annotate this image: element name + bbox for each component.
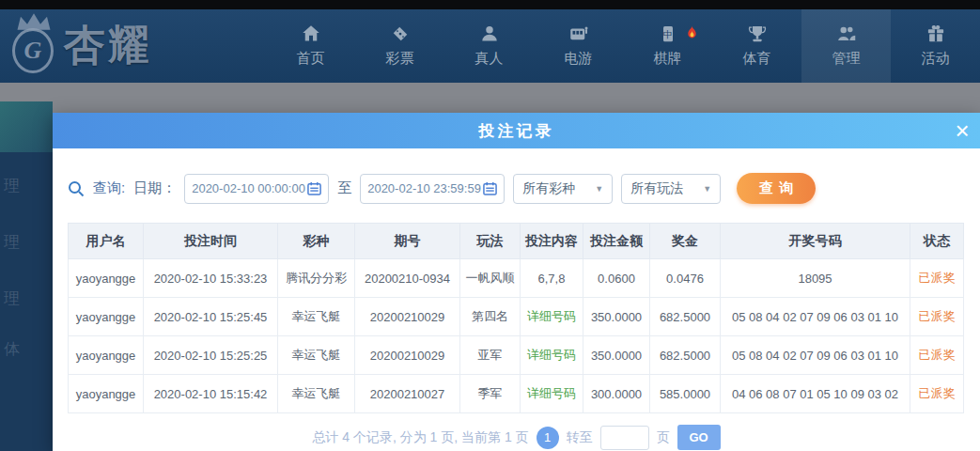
goto-page-input[interactable] — [600, 426, 649, 450]
table-cell: 20200210029 — [355, 298, 460, 336]
bet-records-modal: 投注记录 × 查询: 日期： 2020-02-10 00:00:00 至 2 — [53, 113, 980, 451]
table-cell: 2020-02-10 15:33:23 — [144, 259, 278, 298]
logo-text: 杏耀 — [64, 18, 152, 73]
table-cell: yaoyangge — [69, 375, 144, 413]
table-cell: yaoyangge — [69, 336, 144, 375]
calendar-icon[interactable] — [483, 181, 497, 195]
goto-label: 转至 — [567, 429, 593, 446]
date-label: 日期： — [133, 179, 176, 197]
nav-item-label: 体育 — [743, 50, 771, 68]
pagination: 总计 4 个记录, 分为 1 页, 当前第 1 页 1 转至 页 GO — [53, 425, 980, 450]
table-cell: 20200210029 — [355, 336, 460, 375]
pagination-summary: 总计 4 个记录, 分为 1 页, 当前第 1 页 — [312, 429, 528, 446]
calendar-icon[interactable] — [307, 181, 321, 195]
table-cell: 05 08 04 02 07 09 06 03 01 10 — [721, 298, 910, 336]
table-cell: 04 06 08 07 01 05 10 09 03 02 — [721, 375, 910, 413]
detail-numbers-link[interactable]: 详细号码 — [521, 375, 583, 413]
search-button[interactable]: 查询 — [737, 173, 816, 204]
modal-header: 投注记录 × — [53, 113, 980, 148]
nav-item-5[interactable]: 中棋牌 — [623, 9, 712, 83]
table-cell: 585.0000 — [650, 375, 721, 413]
status-badge: 已派奖 — [910, 298, 964, 336]
nav-item-label: 棋牌 — [654, 50, 682, 68]
search-filter-row: 查询: 日期： 2020-02-10 00:00:00 至 2020-02-10… — [53, 148, 980, 204]
slot-icon — [569, 24, 588, 43]
person-icon — [480, 24, 499, 43]
table-row: yaoyangge2020-02-10 15:15:42幸运飞艇20200210… — [69, 375, 964, 413]
sidebar-faint-label: 理 — [4, 175, 20, 196]
mahjong-icon: 中 — [659, 24, 677, 43]
modal-title: 投注记录 — [479, 120, 554, 142]
table-cell: 2020-02-10 15:25:25 — [144, 336, 278, 375]
nav-item-label: 真人 — [475, 50, 504, 68]
column-header: 状态 — [910, 224, 964, 259]
bet-records-table: 用户名投注时间彩种期号玩法投注内容投注金额奖金开奖号码状态 yaoyangge2… — [68, 223, 964, 413]
nav-item-1[interactable]: 首页 — [266, 9, 355, 83]
status-badge: 已派奖 — [910, 336, 964, 375]
detail-numbers-link[interactable]: 详细号码 — [521, 298, 583, 336]
table-body: yaoyangge2020-02-10 15:33:23腾讯分分彩2020021… — [69, 259, 964, 413]
table-cell: 0.0476 — [650, 259, 721, 298]
table-cell: yaoyangge — [69, 298, 144, 336]
table-cell: 6,7,8 — [521, 259, 583, 298]
nav-item-8[interactable]: 活动 — [891, 9, 980, 83]
sidebar-faint-label: 体 — [4, 338, 20, 360]
table-cell: 2020-02-10 15:15:42 — [144, 375, 278, 413]
home-icon — [302, 24, 320, 43]
table-cell: 18095 — [721, 259, 910, 298]
sidebar-faint-label: 理 — [4, 288, 20, 309]
chevron-down-icon: ▼ — [703, 184, 711, 194]
column-header: 投注内容 — [521, 224, 583, 259]
lottery-type-select[interactable]: 所有彩种 ▼ — [513, 174, 613, 204]
ticket-icon — [391, 24, 410, 43]
table-cell: 20200210-0934 — [355, 259, 460, 298]
column-header: 奖金 — [650, 224, 721, 259]
background-sidebar: 理理理体 — [0, 101, 53, 451]
table-cell: 季军 — [460, 375, 521, 413]
table-row: yaoyangge2020-02-10 15:25:25幸运飞艇20200210… — [69, 336, 964, 375]
table-cell: 幸运飞艇 — [278, 336, 355, 375]
table-cell: 20200210027 — [355, 375, 460, 413]
detail-numbers-link[interactable]: 详细号码 — [521, 336, 583, 375]
table-cell: 幸运飞艇 — [278, 375, 355, 413]
nav-item-4[interactable]: 电游 — [534, 9, 623, 83]
status-badge: 已派奖 — [910, 259, 964, 298]
crown-emblem-icon: G — [8, 11, 60, 79]
to-label: 至 — [337, 179, 351, 197]
column-header: 玩法 — [460, 224, 521, 259]
play-type-select[interactable]: 所有玩法 ▼ — [621, 174, 721, 204]
table-cell: 第四名 — [460, 298, 521, 336]
close-icon[interactable]: × — [946, 113, 978, 148]
sidebar-faint-label: 理 — [4, 231, 20, 253]
current-page-badge[interactable]: 1 — [537, 427, 559, 449]
nav-item-2[interactable]: 彩票 — [355, 9, 444, 83]
table-cell: 350.0000 — [583, 298, 650, 336]
date-to-input[interactable]: 2020-02-10 23:59:59 — [360, 174, 505, 204]
column-header: 开奖号码 — [721, 224, 910, 259]
go-button[interactable]: GO — [677, 425, 721, 450]
nav-item-7[interactable]: 管理 — [801, 9, 891, 83]
column-header: 投注时间 — [144, 224, 278, 259]
table-cell: 350.0000 — [583, 336, 650, 375]
table-cell: 腾讯分分彩 — [278, 259, 355, 298]
column-header: 投注金额 — [583, 224, 650, 259]
nav-item-3[interactable]: 真人 — [444, 9, 534, 83]
table-cell: 2020-02-10 15:25:45 — [144, 298, 278, 336]
column-header: 期号 — [355, 224, 460, 259]
nav-items: 首页彩票真人电游中棋牌体育管理活动 — [266, 9, 980, 83]
search-icon — [68, 180, 85, 197]
site-logo[interactable]: G 杏耀 — [8, 11, 152, 79]
svg-text:中: 中 — [663, 29, 673, 39]
trophy-icon — [748, 24, 767, 43]
table-cell: 0.0600 — [583, 259, 650, 298]
page-label: 页 — [657, 429, 670, 446]
table-cell: 亚军 — [460, 336, 521, 375]
nav-item-6[interactable]: 体育 — [712, 9, 801, 83]
table-cell: 682.5000 — [650, 336, 721, 375]
top-black-strip — [0, 0, 980, 9]
date-from-input[interactable]: 2020-02-10 00:00:00 — [184, 174, 329, 204]
table-cell: 幸运飞艇 — [278, 298, 355, 336]
nav-item-label: 电游 — [565, 50, 593, 68]
chevron-down-icon: ▼ — [595, 184, 603, 194]
table-header-row: 用户名投注时间彩种期号玩法投注内容投注金额奖金开奖号码状态 — [69, 224, 964, 259]
